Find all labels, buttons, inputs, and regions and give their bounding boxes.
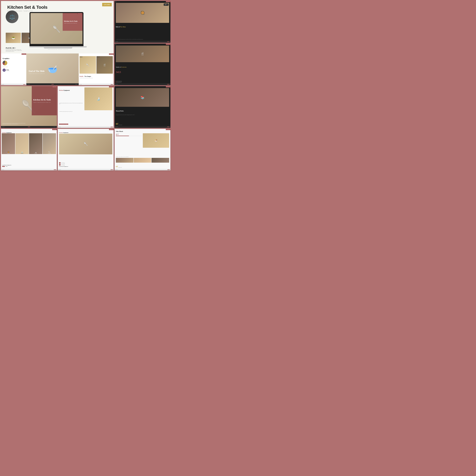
hero-subtitle: GOOGLE SLIDES TEMPLATE bbox=[7, 11, 48, 12]
large-kitchen-number: 34 bbox=[2, 87, 3, 87]
prod-brands: BRANDS bbox=[166, 44, 170, 45]
prod-footer: BRANDS bbox=[115, 83, 170, 85]
end-slide-text: End of The Slide SIMPLE PRESENTATION TEM… bbox=[29, 70, 45, 74]
laptop-device: 🥄 Kitchen Set & Tools SIMPLE PRESENTATIO… bbox=[30, 12, 87, 50]
device-screen-title: Kitchen Set & Tools bbox=[64, 20, 77, 22]
products-footer: BRANDS bbox=[1, 169, 57, 170]
device-overlay: Kitchen Set & Tools SIMPLE PRESENTATION … bbox=[63, 13, 83, 31]
manual-r2-footer: BRANDS bbox=[115, 126, 170, 128]
graphics-title: Graphics bbox=[2, 57, 25, 59]
pie-chart bbox=[2, 61, 7, 65]
double-footer: BRANDS bbox=[79, 84, 114, 85]
other-blends-slide: BRANDS Other Blends 0ther Branding 50 % … bbox=[115, 129, 170, 170]
kitchen-eq-light-slide: BRANDS Kitchen Equipment 🍶 A wonderful s… bbox=[58, 86, 114, 128]
blends-brands: BRANDS bbox=[166, 129, 170, 130]
double-image-grid: 🥄 Picture 01 🍴 Picture 02 bbox=[80, 56, 113, 74]
percentage-badge: 24 % bbox=[164, 3, 169, 6]
new-ideas-footer: BRANDS bbox=[115, 41, 170, 43]
graphics-panel: BRANDS Graphics THE SALES / Benefits ● 2… bbox=[1, 53, 26, 85]
large-kitchen-brands: BRANDS bbox=[52, 86, 57, 87]
large-kitchen-overlay: Kitchen Set & Tools SIMPLE PRESENTATION … bbox=[32, 86, 57, 115]
finishing-slide: BRANDS Kitchen Equipment 🥄 1 0A7 Finishi… bbox=[58, 129, 114, 170]
double-images-panel: BRANDS 🥄 Picture 01 🍴 Picture 02 Double bbox=[79, 53, 114, 85]
new-ideas-photo: 🥘 24 % bbox=[116, 3, 169, 23]
prod-number: PA bbox=[115, 44, 117, 45]
blends-footer: BRANDS bbox=[115, 169, 170, 170]
chart-area: THE SALES / Benefits ● 2.5m Twitter Foll… bbox=[2, 61, 25, 72]
presented-by-text: PRESENTED BY YUNIRA DESIGN bbox=[30, 49, 87, 50]
manual-r2-number: 0T bbox=[116, 123, 118, 125]
kitchen-eq-bullet1: A wonderful serenity has taken possessio… bbox=[59, 103, 83, 104]
manual-r2-title: Manual Books bbox=[116, 110, 124, 112]
equipment-label: PictUR { 00 > Set ut perspiciatis unde o… bbox=[6, 47, 22, 52]
kitchen-eq-title: Kitchen Equipment bbox=[59, 88, 70, 91]
blends-stats: 0ther Branding 50 % 🍜 bbox=[116, 133, 169, 148]
double-images-text: Double New Images bbox=[80, 75, 113, 77]
hero-slide: GSLIDE Kitchen Set & Tools GOOGLE SLIDES… bbox=[1, 1, 114, 85]
blends-title: Other Blends bbox=[116, 131, 123, 132]
finishing-footer: BRANDS bbox=[58, 169, 114, 170]
large-kitchen-footer: BRANDS TRAVEL bbox=[1, 126, 57, 128]
manual-r2-body: leverage agile frameworks to provide a r… bbox=[116, 115, 169, 115]
new-ideas-number: BA bbox=[115, 1, 117, 2]
double-images-brands: BRANDS bbox=[109, 53, 114, 55]
new-ideas-slide: BRANDS BA 🥘 24 % Both of New Ideas A won… bbox=[115, 1, 170, 43]
pic-label-2: THE PICTURE 002 bbox=[22, 33, 28, 34]
products-brands: BRANDS bbox=[52, 129, 57, 130]
kitchen-device-image: ⚖️ bbox=[6, 11, 18, 23]
followers-stat: ● 2.5m Twitter Followers bbox=[2, 68, 25, 72]
large-kitchen-set-slide: BRANDS 34 🥄 Kitchen Set & Tools SIMPLE P… bbox=[1, 86, 57, 128]
finishing-photo: 🥄 bbox=[59, 134, 112, 154]
blends-photo: 🍜 bbox=[143, 133, 169, 148]
blends-subtitle: MINIATURE bbox=[118, 167, 122, 168]
kitchen-eq-brands: BRANDS bbox=[109, 86, 114, 87]
end-footer: BRANDS TRAVEL bbox=[26, 83, 79, 85]
prod-photo: 🍴 bbox=[116, 46, 169, 62]
production-slide: BRANDS PA 🍴 Number of Production 3413 Ma… bbox=[115, 44, 170, 85]
finishing-steps: 1 0A7 Finishing 2 0A7 Finishing Good Too… bbox=[59, 162, 112, 167]
finishing-title: Kitchen Equipment bbox=[59, 131, 68, 134]
finishing-brands: BRANDS bbox=[109, 129, 114, 130]
prod-number-value: 3413 bbox=[116, 71, 121, 74]
products-slide: BRANDS Kitchen Equipment 🥘A1 PRODUCT 🍵A2… bbox=[1, 129, 57, 170]
kitchen-eq-tag: THE NEW IDEAS PICTURES bbox=[59, 122, 68, 125]
end-slide-panel: 🥣 End of The Slide SIMPLE PRESENTATION T… bbox=[26, 53, 79, 85]
graphics-brands-tag: BRANDS bbox=[22, 53, 26, 55]
new-ideas-title: Both of New Ideas bbox=[116, 25, 126, 28]
new-ideas-body: A wonderful serenity has taken possessio… bbox=[116, 39, 169, 40]
prod-bullets: Marketing Strategy Human Resources bbox=[116, 81, 169, 83]
blends-number: 0T bbox=[116, 166, 118, 168]
hero-title: Kitchen Set & Tools bbox=[7, 5, 48, 10]
pic-label-1: THE PICTURE 001 bbox=[6, 33, 13, 34]
kitchen-eq-photo: 🍶 bbox=[85, 87, 112, 110]
manual-books-r2-slide: BRANDS 📚 Manual Books leverage agile fra… bbox=[115, 86, 170, 128]
kitchen-eq-bullet2: A wonderful serenity has taken possessio… bbox=[59, 111, 83, 112]
hero-badge: GSLIDE bbox=[102, 3, 112, 6]
products-sublabel: Good Tools of Equipment's VIEW MORE bbox=[2, 165, 55, 167]
manual-r2-brands: BRANDS bbox=[166, 86, 170, 87]
graphics-footer: BRANDS bbox=[1, 84, 26, 85]
product-photos: 🥘A1 PRODUCT 🍵A2 PRODUCT 🔪A3 PRODUCT 🥄A4 … bbox=[2, 133, 56, 154]
prod-title: Number of Production bbox=[116, 65, 126, 68]
slide-grid: GSLIDE Kitchen Set & Tools GOOGLE SLIDES… bbox=[0, 0, 171, 171]
manual-r2-photo: 📚 bbox=[116, 88, 169, 107]
kitchen-eq-footer: BRANDS bbox=[58, 126, 114, 128]
device-screen-sub: SIMPLE PRESENTATION TEMPLATE bbox=[64, 23, 77, 24]
new-ideas-brands: BRANDS bbox=[166, 1, 170, 2]
hero-bottom-section: BRANDS Graphics THE SALES / Benefits ● 2… bbox=[1, 53, 114, 85]
large-kitchen-body: A wonderful serenity has been possession… bbox=[2, 123, 26, 125]
manual-r2-subtitle: MINIATURE bbox=[119, 125, 122, 125]
screen-brands-tag: BRANDS bbox=[77, 13, 83, 15]
blends-learn: LEARN ALONG SIDE OF YOUR FRIENDS bbox=[116, 157, 169, 163]
